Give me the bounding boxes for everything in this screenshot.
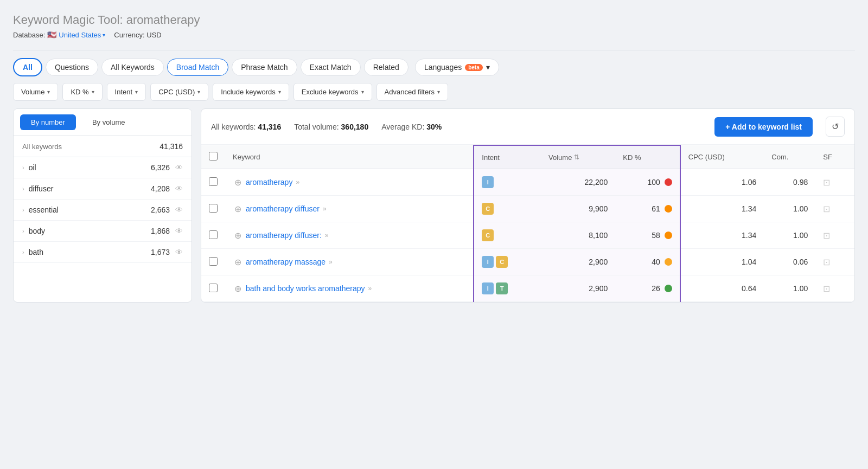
table-row: ⊕ aromatherapy diffuser » C (201, 196, 854, 222)
row-checkbox[interactable] (209, 284, 218, 292)
database-link[interactable]: United States ▾ (59, 31, 105, 39)
eye-icon[interactable]: 👁 (175, 205, 183, 214)
sidebar-item-essential[interactable]: › essential 2,663 👁 (14, 200, 192, 221)
tab-all[interactable]: All (13, 58, 42, 76)
sidebar-count: 4,208 (151, 184, 170, 193)
keyword-cell: ⊕ aromatherapy » (225, 169, 474, 196)
tab-phrase-match[interactable]: Phrase Match (232, 59, 297, 76)
languages-button[interactable]: Languages beta ▾ (415, 59, 499, 76)
table-row: ⊕ aromatherapy » I (201, 169, 854, 196)
add-keyword-icon[interactable]: ⊕ (233, 177, 242, 188)
sidebar-item-oil[interactable]: › oil 6,326 👁 (14, 157, 192, 178)
sf-cell[interactable]: ⊡ (815, 169, 854, 196)
volume-value: 22,200 (548, 178, 608, 187)
row-checkbox[interactable] (209, 204, 218, 213)
keyword-arrow-icon: » (329, 258, 333, 266)
row-checkbox-cell (201, 275, 225, 302)
volume-cell: 8,100 (541, 222, 615, 249)
keywords-table-container: Keyword Intent Volume ⇅ KD % CPC (USD) C… (201, 145, 854, 302)
refresh-button[interactable]: ↺ (826, 117, 845, 137)
sf-icon[interactable]: ⊡ (823, 284, 830, 293)
volume-value: 2,900 (548, 284, 608, 293)
sidebar-keyword: bath (29, 248, 43, 256)
volume-filter[interactable]: Volume ▾ (13, 83, 58, 101)
sf-cell[interactable]: ⊡ (815, 249, 854, 275)
row-checkbox[interactable] (209, 230, 218, 239)
sf-cell[interactable]: ⊡ (815, 222, 854, 249)
include-keywords-filter[interactable]: Include keywords ▾ (213, 83, 289, 101)
all-keywords-value: 41,316 (258, 123, 281, 131)
com-cell: 1.00 (764, 222, 815, 249)
cpc-column-header: CPC (USD) (680, 145, 764, 169)
by-number-button[interactable]: By number (20, 114, 76, 130)
sidebar-toggle-group: By number By volume (14, 109, 192, 136)
add-keyword-icon[interactable]: ⊕ (233, 204, 242, 214)
keyword-link[interactable]: aromatherapy diffuser: (246, 231, 322, 240)
tab-related[interactable]: Related (364, 59, 409, 76)
cpc-filter[interactable]: CPC (USD) ▾ (150, 83, 208, 101)
exclude-chevron-icon: ▾ (361, 89, 364, 95)
row-checkbox-cell (201, 249, 225, 275)
avg-kd-stat: Average KD: 30% (381, 123, 442, 131)
exclude-keywords-filter[interactable]: Exclude keywords ▾ (293, 83, 372, 101)
add-keyword-icon[interactable]: ⊕ (233, 284, 242, 294)
sidebar-item-body[interactable]: › body 1,868 👁 (14, 221, 192, 242)
select-all-checkbox[interactable] (209, 152, 218, 160)
sf-cell[interactable]: ⊡ (815, 275, 854, 302)
tab-broad-match[interactable]: Broad Match (167, 59, 228, 76)
volume-cell: 22,200 (541, 169, 615, 196)
db-chevron-icon: ▾ (103, 32, 105, 38)
eye-icon[interactable]: 👁 (175, 248, 183, 256)
volume-label: Volume (548, 153, 572, 162)
sidebar-keyword: essential (29, 205, 59, 214)
table-row: ⊕ bath and body works aromatherapy » I T (201, 275, 854, 302)
sidebar-item-bath[interactable]: › bath 1,673 👁 (14, 242, 192, 263)
tab-exact-match[interactable]: Exact Match (301, 59, 361, 76)
sidebar-keyword: body (29, 227, 45, 235)
total-volume-value: 360,180 (341, 123, 369, 131)
volume-column-header[interactable]: Volume ⇅ (541, 145, 615, 169)
cpc-cell: 1.34 (680, 196, 764, 222)
intent-cell: I C (474, 249, 541, 275)
add-keyword-icon[interactable]: ⊕ (233, 230, 242, 241)
tab-questions[interactable]: Questions (46, 59, 98, 76)
beta-badge: beta (465, 64, 483, 71)
intent-chevron-icon: ▾ (135, 89, 138, 95)
add-keyword-icon[interactable]: ⊕ (233, 257, 242, 267)
keyword-link[interactable]: aromatherapy (246, 178, 292, 187)
eye-icon[interactable]: 👁 (175, 163, 183, 172)
by-volume-button[interactable]: By volume (81, 114, 136, 130)
keyword-cell: ⊕ aromatherapy diffuser » (225, 196, 474, 222)
intent-filter[interactable]: Intent ▾ (107, 83, 146, 101)
keyword-link[interactable]: bath and body works aromatherapy (246, 284, 365, 293)
eye-icon[interactable]: 👁 (175, 227, 183, 235)
sf-icon[interactable]: ⊡ (823, 258, 830, 267)
us-flag-icon: 🇺🇸 (47, 30, 56, 39)
sf-icon[interactable]: ⊡ (823, 231, 830, 240)
sf-cell[interactable]: ⊡ (815, 196, 854, 222)
add-to-keyword-list-button[interactable]: + Add to keyword list (714, 117, 813, 137)
cpc-cell: 0.64 (680, 275, 764, 302)
sf-icon[interactable]: ⊡ (823, 204, 830, 214)
sidebar-item-diffuser[interactable]: › diffuser 4,208 👁 (14, 178, 192, 200)
sf-icon[interactable]: ⊡ (823, 178, 830, 187)
kd-filter[interactable]: KD % ▾ (62, 83, 102, 101)
page-header: Keyword Magic Tool: aromatherapy Databas… (13, 13, 855, 39)
all-keywords-stat: All keywords: 41,316 (211, 123, 281, 131)
eye-icon[interactable]: 👁 (175, 184, 183, 193)
row-checkbox[interactable] (209, 177, 218, 186)
advanced-filters[interactable]: Advanced filters ▾ (376, 83, 449, 101)
sidebar-keyword: diffuser (29, 184, 54, 193)
keyword-link[interactable]: aromatherapy diffuser (246, 204, 320, 213)
tab-all-keywords[interactable]: All Keywords (101, 59, 164, 76)
row-checkbox[interactable] (209, 257, 218, 266)
sidebar-expand-icon: › (22, 228, 24, 234)
keyword-link[interactable]: aromatherapy massage (246, 258, 326, 266)
all-keywords-label: All keywords: (211, 123, 256, 131)
kd-cell: 58 (615, 222, 680, 249)
cpc-value: 1.34 (688, 231, 757, 240)
total-volume-label: Total volume: (294, 123, 339, 131)
advanced-chevron-icon: ▾ (437, 89, 440, 95)
keyword-cell: ⊕ aromatherapy diffuser: » (225, 222, 474, 249)
include-filter-label: Include keywords (221, 88, 275, 96)
